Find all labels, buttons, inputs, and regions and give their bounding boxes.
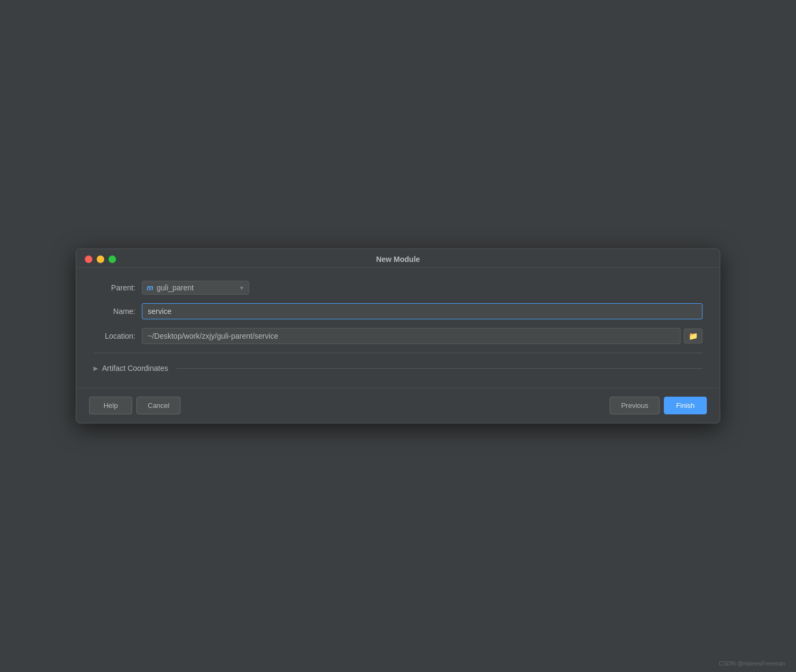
maven-icon: m bbox=[147, 283, 153, 292]
parent-value: guli_parent bbox=[156, 283, 236, 292]
dialog-title: New Module bbox=[376, 255, 420, 264]
footer-left: Help Cancel bbox=[89, 397, 180, 414]
cancel-button[interactable]: Cancel bbox=[136, 397, 180, 414]
name-label: Name: bbox=[93, 307, 142, 316]
chevron-down-icon: ▼ bbox=[239, 285, 244, 291]
location-input[interactable] bbox=[142, 328, 681, 344]
location-row: Location: 📁 bbox=[93, 328, 703, 344]
artifact-title: Artifact Coordinates bbox=[102, 364, 168, 372]
watermark: CSDN @HainesFreeman bbox=[719, 660, 785, 667]
name-row: Name: bbox=[93, 303, 703, 319]
name-input[interactable] bbox=[142, 303, 703, 319]
help-button[interactable]: Help bbox=[89, 397, 132, 414]
parent-label: Parent: bbox=[93, 283, 142, 292]
location-container: 📁 bbox=[142, 328, 703, 344]
browse-folder-button[interactable]: 📁 bbox=[684, 328, 703, 344]
chevron-right-icon: ▶ bbox=[93, 365, 98, 372]
parent-dropdown[interactable]: m guli_parent ▼ bbox=[142, 281, 249, 295]
location-label: Location: bbox=[93, 332, 142, 340]
finish-button[interactable]: Finish bbox=[664, 397, 707, 414]
parent-row: Parent: m guli_parent ▼ bbox=[93, 281, 703, 295]
dialog-content: Parent: m guli_parent ▼ Name: Location: … bbox=[76, 268, 720, 388]
artifact-header[interactable]: ▶ Artifact Coordinates bbox=[93, 362, 703, 375]
maximize-button[interactable] bbox=[108, 255, 116, 263]
dialog-footer: Help Cancel Previous Finish bbox=[76, 388, 720, 423]
new-module-dialog: New Module Parent: m guli_parent ▼ Name:… bbox=[76, 249, 720, 423]
footer-right: Previous Finish bbox=[610, 397, 707, 414]
folder-icon: 📁 bbox=[689, 332, 698, 340]
artifact-section: ▶ Artifact Coordinates bbox=[93, 353, 703, 375]
traffic-lights bbox=[85, 255, 116, 263]
artifact-divider bbox=[177, 368, 703, 369]
minimize-button[interactable] bbox=[97, 255, 104, 263]
titlebar: New Module bbox=[76, 249, 720, 268]
previous-button[interactable]: Previous bbox=[610, 397, 660, 414]
close-button[interactable] bbox=[85, 255, 92, 263]
